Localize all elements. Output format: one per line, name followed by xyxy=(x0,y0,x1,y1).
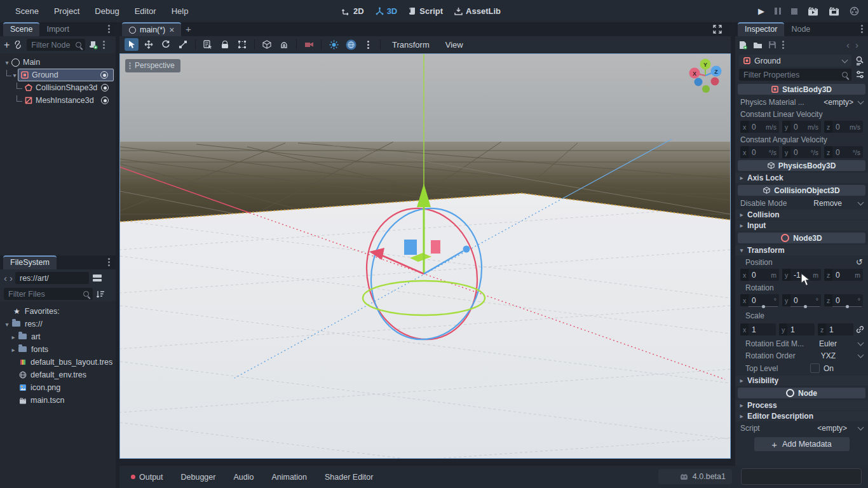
tree-row-collisionshape[interactable]: CollisionShape3d xyxy=(0,81,116,94)
instance-scene-button[interactable] xyxy=(13,41,23,49)
selected-node-row[interactable]: Ground xyxy=(18,69,114,81)
group-process[interactable]: ▸Process xyxy=(735,400,868,410)
filter-files-input[interactable] xyxy=(4,288,93,300)
group-transform[interactable]: ▾Transform xyxy=(735,245,868,255)
workspace-2d[interactable]: 2D xyxy=(342,6,364,16)
group-collision[interactable]: ▸Collision xyxy=(735,210,868,220)
new-resource-button[interactable] xyxy=(739,41,747,50)
clv-z-field[interactable]: z0m/s xyxy=(824,121,863,133)
menu-project[interactable]: Project xyxy=(46,4,87,19)
load-resource-button[interactable] xyxy=(753,41,763,49)
prop-rotation-edit-mode[interactable]: Rotation Edit M... Euler xyxy=(735,338,868,349)
link-scale-icon[interactable] xyxy=(856,325,864,334)
menu-editor[interactable]: Editor xyxy=(127,4,164,19)
prop-rotation-order[interactable]: Rotation Order YXZ xyxy=(735,350,868,361)
class-header-staticbody3d[interactable]: StaticBody3D xyxy=(738,84,865,95)
scene-tree-menu-icon[interactable] xyxy=(103,44,105,46)
bottom-tab-output[interactable]: Output xyxy=(122,473,172,482)
add-metadata-button[interactable]: + Add Metadata xyxy=(754,437,850,451)
slider-grabber[interactable] xyxy=(846,305,849,308)
scale-x-field[interactable]: x1 xyxy=(740,323,776,336)
bottom-tab-debugger[interactable]: Debugger xyxy=(172,473,225,482)
node-selector[interactable]: Ground xyxy=(739,55,851,67)
filter-properties-input[interactable] xyxy=(739,69,851,81)
collapse-arrow-icon[interactable]: ▾ xyxy=(4,321,10,328)
collapse-arrow-icon[interactable]: ▾ xyxy=(4,59,10,66)
group-axis-lock[interactable]: ▸Axis Lock xyxy=(735,173,868,183)
class-header-physicsbody3d[interactable]: PhysicsBody3D xyxy=(738,160,865,171)
visibility-eye-icon[interactable] xyxy=(101,84,109,92)
play-scene-button[interactable] xyxy=(808,6,818,16)
scale-z-field[interactable]: z1 xyxy=(818,323,853,336)
tree-row-meshinstance[interactable]: MeshInstance3d xyxy=(0,94,116,107)
preview-options-menu-icon[interactable] xyxy=(361,38,375,51)
tab-import[interactable]: Import xyxy=(39,23,76,36)
fs-row-art[interactable]: ▸ art xyxy=(0,330,116,343)
scene-dock-menu-icon[interactable] xyxy=(108,28,110,30)
path-field[interactable] xyxy=(15,272,89,284)
group-input[interactable]: ▸Input xyxy=(735,220,868,231)
rotation-z-field[interactable]: z0° xyxy=(824,294,863,306)
resource-options-icon[interactable] xyxy=(782,44,784,46)
selectable-list-button[interactable] xyxy=(201,38,215,51)
lock-button[interactable] xyxy=(218,38,232,51)
nav-forward-icon[interactable]: › xyxy=(10,273,13,283)
move-mode-button[interactable] xyxy=(142,38,156,51)
save-resource-button[interactable] xyxy=(768,41,776,49)
collapse-arrow-icon[interactable]: ▾ xyxy=(11,72,18,79)
preview-camera-icon[interactable] xyxy=(302,38,316,51)
scale-mode-button[interactable] xyxy=(176,38,190,51)
stop-button[interactable] xyxy=(791,8,797,15)
split-view-icon[interactable] xyxy=(93,274,102,281)
tab-filesystem[interactable]: FileSystem xyxy=(3,255,57,269)
bottom-tab-audio[interactable]: Audio xyxy=(224,473,262,482)
fs-row-main-tscn[interactable]: main.tscn xyxy=(0,394,116,407)
class-header-node[interactable]: Node xyxy=(738,388,865,398)
select-mode-button[interactable] xyxy=(125,38,139,51)
prop-script[interactable]: Script <empty> xyxy=(735,423,868,433)
clv-x-field[interactable]: x0m/s xyxy=(740,121,779,133)
top-level-checkbox[interactable] xyxy=(810,363,820,373)
rotation-y-field[interactable]: y0° xyxy=(782,294,821,306)
inspector-menu-icon[interactable] xyxy=(861,28,863,30)
visibility-eye-icon[interactable] xyxy=(100,71,108,79)
expand-arrow-icon[interactable]: ▸ xyxy=(10,346,17,353)
cav-y-field[interactable]: y0°/s xyxy=(782,146,821,158)
view-menu[interactable]: View xyxy=(439,40,470,50)
version-button[interactable]: 4.0.beta1 xyxy=(658,469,732,484)
movie-maker-button[interactable] xyxy=(850,6,859,16)
visibility-eye-icon[interactable] xyxy=(101,97,109,104)
tab-node[interactable]: Node xyxy=(784,23,817,36)
transform-menu[interactable]: Transform xyxy=(386,40,436,50)
clv-y-field[interactable]: y0m/s xyxy=(782,121,821,133)
property-tools-icon[interactable] xyxy=(856,71,864,79)
position-z-field[interactable]: z0m xyxy=(824,269,863,281)
fs-row-icon-png[interactable]: icon.png xyxy=(0,381,116,394)
fs-row-buslayout[interactable]: default_bus_layout.tres xyxy=(0,356,116,369)
expand-arrow-icon[interactable]: ▸ xyxy=(10,334,17,341)
menu-help[interactable]: Help xyxy=(164,4,196,19)
fs-row-fonts[interactable]: ▸ fonts xyxy=(0,343,116,356)
expand-viewport-icon[interactable] xyxy=(713,25,722,34)
play-custom-scene-button[interactable] xyxy=(829,6,839,16)
snap-magnet-button[interactable] xyxy=(277,38,291,51)
workspace-script[interactable]: Script xyxy=(409,6,443,16)
pause-button[interactable] xyxy=(775,8,781,15)
open-docs-icon[interactable] xyxy=(855,56,864,65)
filesystem-menu-icon[interactable] xyxy=(108,261,110,263)
tab-inspector[interactable]: Inspector xyxy=(738,22,784,36)
menu-scene[interactable]: Scene xyxy=(8,4,46,19)
fs-row-env[interactable]: default_env.tres xyxy=(0,369,116,381)
attach-script-button[interactable] xyxy=(89,41,98,50)
slider-grabber[interactable] xyxy=(804,305,807,308)
prop-top-level[interactable]: Top Level On xyxy=(735,362,868,374)
3d-viewport[interactable]: Y X Z Perspective xyxy=(119,53,731,459)
new-tab-button[interactable]: + xyxy=(186,24,191,34)
group-editor-description[interactable]: ▸Editor Description xyxy=(735,411,868,421)
nav-back-icon[interactable]: ‹ xyxy=(4,273,7,283)
prop-disable-mode[interactable]: Disable Mode Remove xyxy=(735,198,868,208)
cav-z-field[interactable]: z0°/s xyxy=(824,146,863,158)
close-icon[interactable]: × xyxy=(169,25,174,35)
local-space-button[interactable] xyxy=(260,38,274,51)
bottom-tab-shader-editor[interactable]: Shader Editor xyxy=(316,473,382,482)
